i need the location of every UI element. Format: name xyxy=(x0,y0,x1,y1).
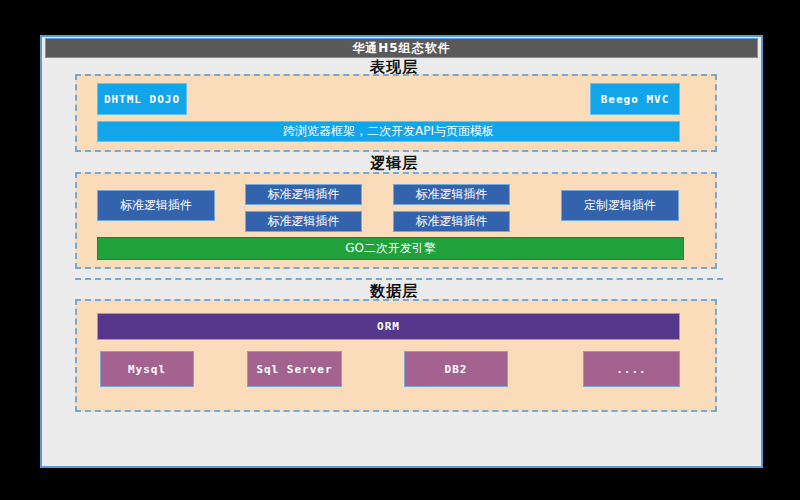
data-layer-box: ORM Mysql Sql Server DB2 .... xyxy=(75,299,717,412)
logic-layer-box: 标准逻辑插件 标准逻辑插件 标准逻辑插件 标准逻辑插件 标准逻辑插件 定制逻辑插… xyxy=(75,172,717,269)
standard-plugin-box: 标准逻辑插件 xyxy=(393,211,510,232)
diagram-stage: 华通H5组态软件 表现层 DHTML DOJO Beego MVC 跨浏览器框架… xyxy=(0,0,800,500)
window-title: 华通H5组态软件 xyxy=(352,40,450,57)
sql-server-box: Sql Server xyxy=(247,351,342,387)
standard-plugin-box: 标准逻辑插件 xyxy=(245,184,362,205)
layer-separator-dashed-line xyxy=(75,278,723,280)
orm-bar: ORM xyxy=(97,313,680,340)
presentation-layer-box: DHTML DOJO Beego MVC 跨浏览器框架，二次开发API与页面模板 xyxy=(75,74,717,152)
go-engine-bar: GO二次开发引擎 xyxy=(97,237,684,260)
standard-plugin-box: 标准逻辑插件 xyxy=(393,184,510,205)
other-db-box: .... xyxy=(583,351,680,387)
beego-mvc-box: Beego MVC xyxy=(590,83,680,115)
custom-plugin-box: 定制逻辑插件 xyxy=(561,190,679,221)
window-title-bar: 华通H5组态软件 xyxy=(45,38,758,58)
cross-browser-framework-bar: 跨浏览器框架，二次开发API与页面模板 xyxy=(97,121,680,142)
mysql-box: Mysql xyxy=(100,351,194,387)
db2-box: DB2 xyxy=(404,351,508,387)
dhtml-dojo-box: DHTML DOJO xyxy=(97,83,187,115)
standard-plugin-box: 标准逻辑插件 xyxy=(245,211,362,232)
logic-layer-title: 逻辑层 xyxy=(75,154,713,173)
standard-plugin-left-box: 标准逻辑插件 xyxy=(97,190,215,221)
